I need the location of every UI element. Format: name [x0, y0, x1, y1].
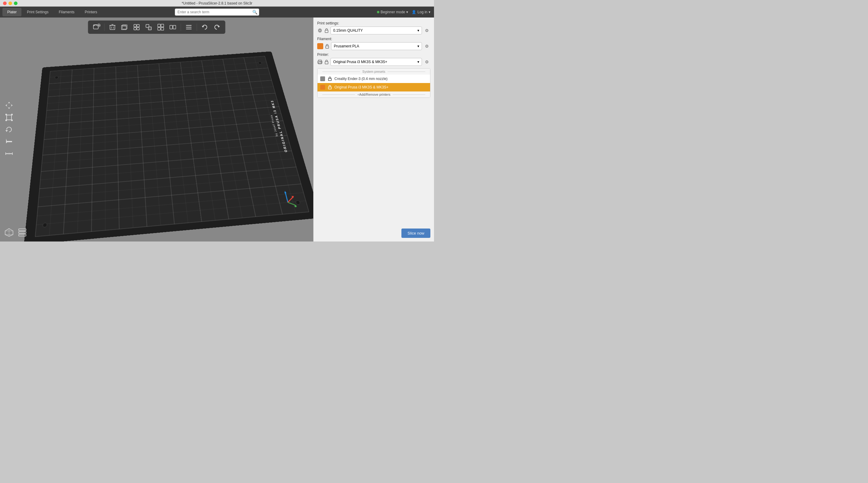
rotate-tool[interactable]	[4, 124, 14, 135]
copy-to-bed-button[interactable]	[144, 22, 154, 32]
printer-option-prusa[interactable]: Original Prusa i3 MK3S & MK3S+	[317, 83, 430, 91]
tab-printers[interactable]: Printers	[80, 8, 102, 16]
print-bed: ORIGINAL PRUSA i3 MK3 by Josef Prusa	[24, 51, 313, 241]
prusa-label: Original Prusa i3 MK3S & MK3S+	[334, 85, 389, 89]
svg-rect-106	[19, 232, 26, 233]
search-container: 🔍	[175, 8, 259, 16]
cut-tool[interactable]	[4, 136, 14, 147]
slice-now-button[interactable]: Slice now	[401, 229, 430, 238]
print-settings-gear-button[interactable]: ⚙	[423, 27, 430, 34]
filament-label: Filament:	[317, 37, 430, 41]
layers-button[interactable]	[184, 22, 194, 32]
printer-chevron: ▾	[417, 60, 419, 64]
svg-rect-110	[326, 46, 329, 48]
filament-gear-button[interactable]: ⚙	[423, 42, 430, 50]
svg-marker-96	[284, 191, 286, 193]
svg-rect-23	[173, 25, 176, 29]
system-presets-divider: System presets	[317, 68, 430, 74]
search-input[interactable]	[175, 8, 259, 16]
svg-marker-28	[5, 104, 13, 107]
prusa-printer-icon	[320, 85, 326, 90]
svg-rect-14	[134, 28, 136, 30]
svg-rect-12	[134, 25, 136, 27]
svg-rect-4	[110, 25, 115, 30]
left-tools	[4, 100, 14, 159]
add-remove-label[interactable]: Add/Remove printers	[359, 93, 390, 96]
filament-chevron: ▾	[417, 44, 419, 48]
layers-view-button[interactable]	[17, 227, 28, 238]
system-presets-label: System presets	[363, 70, 385, 73]
undo-button[interactable]	[200, 22, 210, 32]
svg-line-95	[285, 192, 288, 203]
close-button[interactable]	[3, 1, 7, 5]
printer-dropdown[interactable]: Original Prusa i3 MK3S & MK3S+ ▾	[331, 58, 422, 66]
user-icon: 👤	[412, 10, 416, 14]
svg-rect-29	[7, 115, 11, 120]
svg-rect-19	[161, 24, 164, 27]
svg-marker-34	[5, 130, 8, 132]
printer-row: Original Prusa i3 MK3S & MK3S+ ▾ ⚙	[317, 58, 430, 66]
tab-filaments[interactable]: Filaments	[54, 8, 80, 16]
viewport[interactable]: ORIGINAL PRUSA i3 MK3 by Josef Prusa	[0, 18, 313, 241]
print-settings-row: 0.15mm QUALITY ▾ ⚙	[317, 27, 430, 34]
svg-rect-113	[318, 62, 321, 64]
creality-label: Creality Ender-3 (0.4 mm nozzle)	[334, 77, 388, 81]
toolbar	[88, 21, 225, 34]
tab-print-settings[interactable]: Print Settings	[22, 8, 53, 16]
svg-rect-117	[329, 87, 331, 89]
svg-rect-45	[35, 56, 309, 237]
svg-rect-33	[11, 120, 13, 121]
filament-value: Prusament PLA	[334, 44, 359, 48]
filament-lock-icon	[324, 43, 330, 49]
maximize-button[interactable]	[14, 1, 18, 5]
mode-selector[interactable]: Beginner mode ▾	[377, 10, 408, 14]
right-controls: Beginner mode ▾ 👤 Log in ▾	[377, 10, 430, 14]
login-label: Log in	[417, 10, 427, 14]
3d-view-button[interactable]	[4, 227, 14, 238]
add-object-button[interactable]	[92, 22, 101, 32]
printer-value: Original Prusa i3 MK3S & MK3S+	[333, 60, 387, 64]
toolbar-separator-1	[104, 24, 105, 31]
delete-all-button[interactable]	[120, 22, 129, 32]
bed-surface: ORIGINAL PRUSA i3 MK3 by Josef Prusa	[24, 51, 313, 241]
print-settings-label: Print settings:	[317, 21, 430, 25]
print-settings-value: 0.15mm QUALITY	[333, 28, 363, 33]
bed-container[interactable]: ORIGINAL PRUSA i3 MK3 by Josef Prusa	[18, 36, 313, 233]
filament-row: Prusament PLA ▾ ⚙	[317, 42, 430, 50]
svg-rect-107	[19, 234, 26, 236]
printer-dropdown-panel: System presets Creality Ender-3 (0.4 mm …	[317, 68, 430, 98]
printer-option-creality[interactable]: Creality Ender-3 (0.4 mm nozzle)	[317, 74, 430, 83]
login-button[interactable]: 👤 Log in ▾	[412, 10, 430, 14]
measure-tool[interactable]	[4, 148, 14, 159]
minimize-button[interactable]	[8, 1, 12, 5]
mode-dot	[377, 11, 379, 13]
print-settings-gear-icon	[317, 28, 322, 33]
traffic-lights	[3, 1, 18, 5]
prusa-icon-square	[320, 85, 325, 90]
svg-point-100	[294, 205, 297, 207]
svg-rect-115	[325, 62, 328, 64]
tab-plater[interactable]: Plater	[2, 8, 22, 16]
add-remove-divider: + Add/Remove printers	[317, 91, 430, 97]
search-icon: 🔍	[252, 10, 257, 14]
printer-gear-button[interactable]: ⚙	[423, 58, 430, 65]
svg-rect-109	[325, 30, 328, 33]
instance-button[interactable]	[156, 22, 166, 32]
creality-printer-icon	[320, 76, 326, 82]
split-button[interactable]	[168, 22, 178, 32]
redo-button[interactable]	[212, 22, 222, 32]
delete-button[interactable]	[108, 22, 117, 32]
filament-dropdown[interactable]: Prusament PLA ▾	[331, 42, 422, 50]
arrange-button[interactable]	[132, 22, 142, 32]
svg-line-99	[288, 202, 296, 206]
toolbar-separator-3	[197, 24, 197, 31]
move-tool[interactable]	[4, 100, 14, 111]
title-bar: *Untitled - PrusaSlicer-2.8.1 based on S…	[0, 0, 434, 7]
svg-rect-15	[137, 28, 140, 30]
svg-rect-18	[158, 24, 161, 27]
print-settings-dropdown[interactable]: 0.15mm QUALITY ▾	[331, 27, 422, 34]
filament-color-swatch[interactable]	[317, 43, 323, 49]
printer-lock-icon	[324, 59, 329, 65]
creality-icon-square	[320, 77, 325, 81]
scale-tool[interactable]	[4, 112, 14, 123]
